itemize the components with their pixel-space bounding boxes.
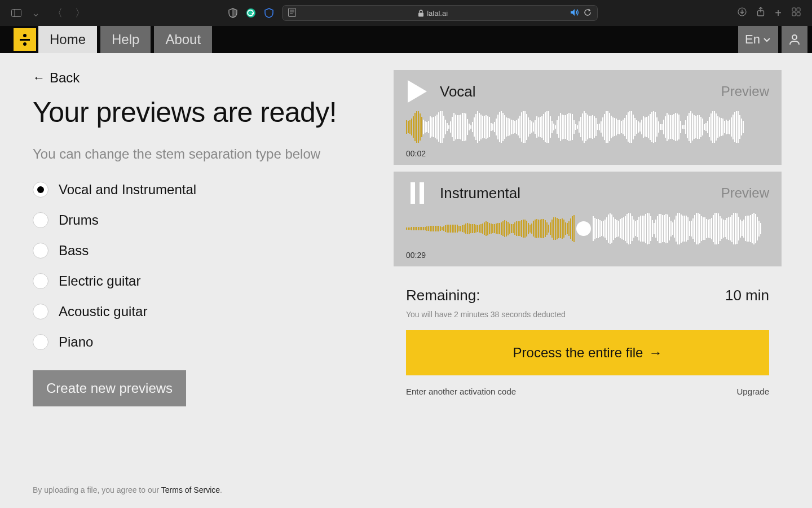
pause-button[interactable]: [406, 182, 429, 204]
grammarly-icon[interactable]: [246, 8, 256, 18]
nav-help[interactable]: Help: [100, 26, 151, 53]
language-selector[interactable]: En: [738, 26, 778, 53]
radio-icon: [33, 212, 48, 228]
svg-rect-13: [797, 8, 800, 11]
process-file-button[interactable]: Process the entire file →: [406, 330, 769, 375]
chrome-right-controls: +: [738, 7, 801, 20]
play-icon: [408, 80, 427, 103]
user-icon: [788, 33, 801, 46]
back-label: Back: [50, 70, 80, 86]
stem-option-bass[interactable]: Bass: [33, 243, 371, 259]
track-card-vocal: Vocal Preview 00:02: [394, 70, 782, 165]
stem-option-drums[interactable]: Drums: [33, 212, 371, 228]
stem-option-vocal-instrumental[interactable]: Vocal and Instrumental: [33, 182, 371, 198]
share-icon[interactable]: [757, 7, 765, 19]
radio-icon: [33, 273, 48, 289]
svg-rect-14: [792, 12, 796, 16]
account-button[interactable]: [782, 26, 807, 53]
process-label: Process the entire file: [513, 345, 643, 361]
timestamp: 00:02: [406, 149, 769, 158]
reload-icon[interactable]: [584, 8, 592, 18]
tos-suffix: .: [220, 485, 222, 494]
stem-option-acoustic-guitar[interactable]: Acoustic guitar: [33, 304, 371, 319]
svg-rect-7: [418, 12, 423, 16]
privacy-icon[interactable]: [228, 8, 238, 18]
preview-tag: Preview: [721, 185, 769, 201]
url-domain: lalal.ai: [427, 9, 448, 17]
lock-icon: [418, 10, 424, 17]
nav-back-icon[interactable]: 〈: [50, 6, 65, 20]
track-name: Instrumental: [440, 185, 710, 202]
tabs-overview-icon[interactable]: [792, 7, 801, 19]
create-previews-button[interactable]: Create new previews: [33, 370, 186, 406]
chrome-center: lalal.ai: [93, 5, 732, 21]
downloads-icon[interactable]: [738, 7, 747, 19]
enter-activation-link[interactable]: Enter another activation code: [406, 387, 516, 396]
app-logo[interactable]: [14, 28, 36, 51]
radio-label: Electric guitar: [59, 273, 140, 289]
tos-prefix: By uploading a file, you agree to our: [33, 485, 161, 494]
url-bar[interactable]: lalal.ai: [282, 5, 598, 21]
shield-icon[interactable]: [264, 8, 274, 18]
chrome-left-controls: ⌄ 〈 〉: [11, 6, 87, 20]
arrow-left-icon: ←: [33, 71, 45, 85]
deduction-note: You will have 2 minutes 38 seconds deduc…: [406, 310, 769, 319]
back-link[interactable]: ← Back: [33, 70, 371, 86]
tos-link[interactable]: Terms of Service: [161, 485, 220, 494]
browser-chrome: ⌄ 〈 〉 lalal.ai: [0, 0, 812, 26]
timestamp: 00:29: [406, 251, 769, 260]
new-tab-icon[interactable]: +: [775, 7, 782, 20]
nav-home[interactable]: Home: [38, 26, 97, 53]
pause-icon: [411, 182, 424, 204]
waveform[interactable]: [406, 111, 769, 143]
chevron-down-icon: [762, 35, 771, 44]
page-title: Your previews are ready!: [33, 97, 371, 128]
track-name: Vocal: [440, 83, 710, 100]
svg-rect-0: [12, 10, 21, 17]
nav-forward-icon[interactable]: 〉: [73, 6, 87, 20]
svg-rect-12: [792, 8, 796, 11]
track-card-instrumental: Instrumental Preview 00:29: [394, 172, 782, 266]
radio-label: Acoustic guitar: [59, 304, 147, 319]
sound-icon[interactable]: [570, 8, 579, 18]
nav-about[interactable]: About: [154, 26, 212, 53]
arrow-right-icon: →: [648, 345, 662, 361]
stem-option-electric-guitar[interactable]: Electric guitar: [33, 273, 371, 289]
radio-label: Piano: [59, 334, 93, 350]
left-column: ← Back Your previews are ready! You can …: [33, 70, 371, 406]
radio-icon: [33, 182, 48, 198]
upgrade-link[interactable]: Upgrade: [736, 387, 769, 396]
sidebar-toggle-icon[interactable]: [11, 9, 21, 17]
right-column: Vocal Preview 00:02 Instrumental Preview: [394, 70, 782, 406]
radio-label: Vocal and Instrumental: [59, 182, 196, 198]
remaining-value: 10 min: [725, 287, 769, 304]
page-subtitle: You can change the stem separation type …: [33, 145, 371, 163]
url-text: lalal.ai: [302, 9, 564, 17]
preview-tag: Preview: [721, 84, 769, 99]
tos-text: By uploading a file, you agree to our Te…: [33, 485, 222, 494]
radio-icon: [33, 334, 48, 350]
app-page: Home Help About En ← Back Your previews …: [0, 26, 812, 508]
svg-rect-15: [797, 12, 800, 16]
top-nav: Home Help About En: [0, 26, 812, 53]
stem-options: Vocal and Instrumental Drums Bass Electr…: [33, 182, 371, 350]
radio-icon: [33, 304, 48, 319]
remaining-label: Remaining:: [406, 287, 480, 304]
chevron-down-icon[interactable]: ⌄: [29, 7, 42, 19]
svg-rect-3: [288, 8, 295, 16]
radio-icon: [33, 243, 48, 259]
svg-point-16: [792, 35, 797, 40]
reader-mode-icon[interactable]: [288, 8, 296, 19]
waveform[interactable]: [406, 212, 769, 245]
stem-option-piano[interactable]: Piano: [33, 334, 371, 350]
play-button[interactable]: [406, 80, 429, 103]
remaining-panel: Remaining: 10 min You will have 2 minute…: [394, 273, 782, 402]
radio-label: Bass: [59, 243, 89, 259]
language-label: En: [745, 32, 760, 47]
radio-label: Drums: [59, 212, 99, 228]
